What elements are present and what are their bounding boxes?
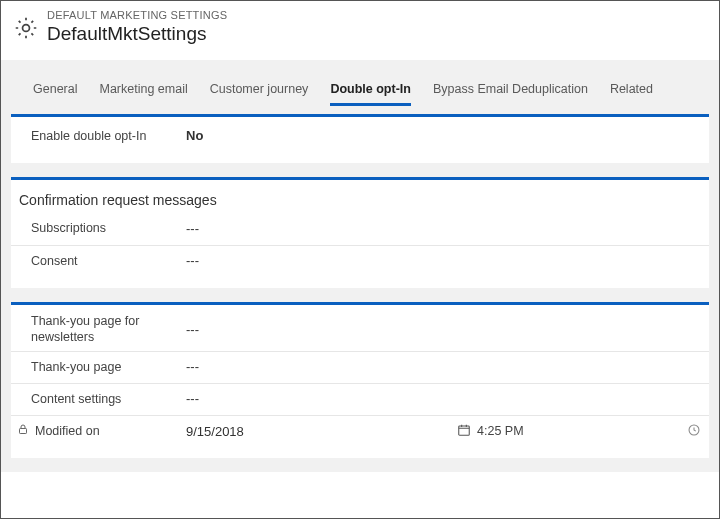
tab-related[interactable]: Related <box>610 76 653 106</box>
row-enable-double-opt-in[interactable]: Enable double opt-In No <box>11 121 709 153</box>
modified-on-date: 9/15/2018 <box>186 424 457 439</box>
enable-value: No <box>186 128 701 143</box>
row-modified-on[interactable]: Modified on 9/15/2018 4:25 PM <box>11 416 709 448</box>
section-enable: Enable double opt-In No <box>11 114 709 163</box>
subscriptions-label: Subscriptions <box>31 220 186 236</box>
row-content-settings[interactable]: Content settings --- <box>11 384 709 416</box>
page-supertitle: DEFAULT MARKETING SETTINGS <box>47 9 227 21</box>
section-thankyou: Thank-you page for newsletters --- Thank… <box>11 302 709 459</box>
page-title: DefaultMktSettings <box>47 23 227 46</box>
svg-rect-2 <box>459 426 470 435</box>
tab-general[interactable]: General <box>33 76 77 106</box>
modified-on-label: Modified on <box>35 423 100 439</box>
confirmation-title: Confirmation request messages <box>11 184 709 214</box>
section-confirmation: Confirmation request messages Subscripti… <box>11 177 709 288</box>
thankyou-newsletters-label: Thank-you page for newsletters <box>31 313 186 346</box>
clock-icon[interactable] <box>687 423 701 440</box>
content-settings-value: --- <box>186 391 701 406</box>
svg-rect-1 <box>20 429 27 434</box>
tab-bar: General Marketing email Customer journey… <box>1 70 719 106</box>
calendar-icon[interactable] <box>457 423 471 440</box>
lock-icon <box>17 423 29 439</box>
row-subscriptions[interactable]: Subscriptions --- <box>11 214 709 246</box>
row-thankyou-newsletters[interactable]: Thank-you page for newsletters --- <box>11 309 709 353</box>
tab-marketing-email[interactable]: Marketing email <box>99 76 187 106</box>
content-settings-label: Content settings <box>31 391 186 407</box>
subscriptions-value: --- <box>186 221 701 236</box>
consent-value: --- <box>186 253 701 268</box>
gear-icon <box>13 9 39 45</box>
thankyou-page-label: Thank-you page <box>31 359 186 375</box>
consent-label: Consent <box>31 253 186 269</box>
enable-label: Enable double opt-In <box>31 128 186 144</box>
thankyou-newsletters-value: --- <box>186 322 701 337</box>
row-thankyou-page[interactable]: Thank-you page --- <box>11 352 709 384</box>
tab-double-opt-in[interactable]: Double opt-In <box>330 76 411 106</box>
modified-on-time: 4:25 PM <box>477 424 524 438</box>
tab-customer-journey[interactable]: Customer journey <box>210 76 309 106</box>
row-consent[interactable]: Consent --- <box>11 246 709 278</box>
tab-bypass-dedup[interactable]: Bypass Email Deduplication <box>433 76 588 106</box>
svg-point-0 <box>23 25 30 32</box>
page-header: DEFAULT MARKETING SETTINGS DefaultMktSet… <box>1 1 719 60</box>
thankyou-page-value: --- <box>186 359 701 374</box>
